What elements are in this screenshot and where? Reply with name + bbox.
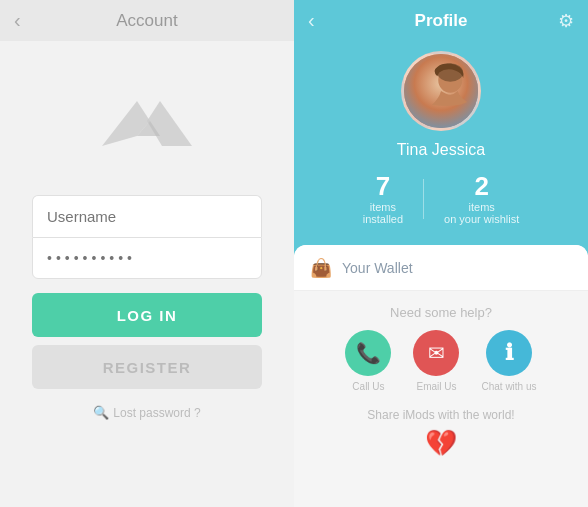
logo-area [92,81,202,165]
login-form [32,195,262,279]
chat-button[interactable]: ℹ Chat with us [481,330,536,392]
bottom-section: 👜 Your Wallet Need some help? 📞 Call Us … [294,245,588,507]
left-panel: ‹ Account LOG IN REGISTER 🔍 Lost passwor… [0,0,294,507]
installed-label: itemsinstalled [363,201,403,225]
avatar [401,51,481,131]
installed-stat: 7 itemsinstalled [343,173,423,225]
left-header: ‹ Account [0,0,294,41]
wishlist-label: itemson your wishlist [444,201,519,225]
right-header: ‹ Profile ⚙ [294,0,588,41]
right-header-title: Profile [415,11,468,31]
avatar-image [404,54,478,128]
right-panel: ‹ Profile ⚙ [294,0,588,507]
email-us-label: Email Us [416,381,456,392]
wallet-label: Your Wallet [342,260,413,276]
wallet-icon: 👜 [310,257,332,279]
email-us-button[interactable]: ✉ Email Us [413,330,459,392]
gear-icon[interactable]: ⚙ [558,10,574,32]
installed-count: 7 [376,173,390,199]
right-back-button[interactable]: ‹ [308,9,315,32]
phone-icon: 📞 [356,341,381,365]
info-icon: ℹ [505,340,513,366]
share-section: Share iMods with the world! 💔 [367,402,514,459]
chat-label: Chat with us [481,381,536,392]
password-input[interactable] [32,237,262,279]
help-buttons: 📞 Call Us ✉ Email Us ℹ Chat with us [345,330,536,402]
call-icon-circle: 📞 [345,330,391,376]
username-input[interactable] [32,195,262,237]
wallet-row[interactable]: 👜 Your Wallet [294,245,588,291]
chat-icon-circle: ℹ [486,330,532,376]
login-button[interactable]: LOG IN [32,293,262,337]
left-header-title: Account [116,11,177,31]
call-us-label: Call Us [352,381,384,392]
help-label: Need some help? [390,291,492,330]
stats-row: 7 itemsinstalled 2 itemson your wishlist [343,173,540,225]
svg-marker-0 [102,101,150,146]
mail-icon: ✉ [428,341,445,365]
profile-section: Tina Jessica 7 itemsinstalled 2 itemson … [294,41,588,245]
left-back-button[interactable]: ‹ [14,9,21,32]
email-icon-circle: ✉ [413,330,459,376]
call-us-button[interactable]: 📞 Call Us [345,330,391,392]
share-label: Share iMods with the world! [367,408,514,422]
wishlist-stat: 2 itemson your wishlist [424,173,539,225]
app-logo [92,81,202,161]
heart-icon: 💔 [425,428,457,459]
lost-password-icon: 🔍 [93,405,109,420]
svg-marker-1 [147,101,192,146]
lost-password-text: Lost password ? [113,406,200,420]
wishlist-count: 2 [474,173,488,199]
profile-name: Tina Jessica [397,141,485,159]
lost-password-link[interactable]: 🔍 Lost password ? [93,405,200,420]
register-button[interactable]: REGISTER [32,345,262,389]
